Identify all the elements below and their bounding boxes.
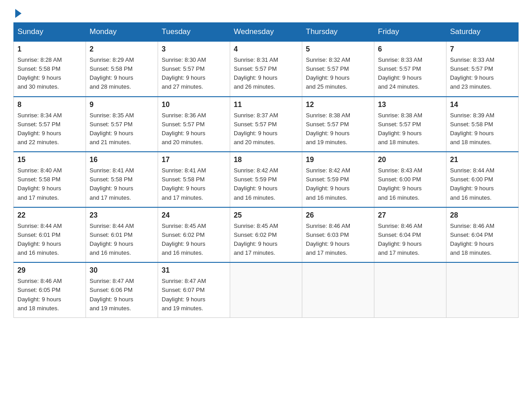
calendar-cell [374,262,446,317]
day-number: 12 [306,101,370,109]
sunset-label: Sunset: 5:57 PM [17,121,60,128]
day-number: 7 [450,45,515,53]
sunset-label: Sunset: 5:59 PM [234,176,277,183]
sunrise-label: Sunrise: 8:33 AM [378,56,422,63]
sunset-label: Sunset: 5:59 PM [306,176,349,183]
day-info: Sunrise: 8:42 AM Sunset: 5:59 PM Dayligh… [306,166,370,202]
sunrise-label: Sunrise: 8:46 AM [17,278,62,284]
logo-arrow-icon [15,9,21,18]
calendar-week-1: 1 Sunrise: 8:28 AM Sunset: 5:58 PM Dayli… [14,41,519,97]
calendar-cell: 17 Sunrise: 8:41 AM Sunset: 5:58 PM Dayl… [158,152,230,207]
calendar-cell: 3 Sunrise: 8:30 AM Sunset: 5:57 PM Dayli… [158,41,230,97]
day-number: 30 [90,266,154,274]
sunset-label: Sunset: 5:58 PM [90,65,133,72]
day-number: 22 [17,211,82,219]
day-info: Sunrise: 8:44 AM Sunset: 6:01 PM Dayligh… [90,222,154,258]
sunrise-label: Sunrise: 8:43 AM [378,167,422,174]
day-info: Sunrise: 8:41 AM Sunset: 5:58 PM Dayligh… [162,166,226,202]
calendar-cell: 21 Sunrise: 8:44 AM Sunset: 6:00 PM Dayl… [446,152,519,207]
daylight-label: Daylight: 9 hours [378,130,422,137]
daylight-label: Daylight: 9 hours [17,74,61,81]
calendar-cell: 14 Sunrise: 8:39 AM Sunset: 5:58 PM Dayl… [446,97,519,152]
calendar-cell: 28 Sunrise: 8:46 AM Sunset: 6:04 PM Dayl… [446,207,519,263]
daylight-label: Daylight: 9 hours [162,74,206,81]
daylight-minutes: and 16 minutes. [90,249,131,256]
day-number: 6 [378,45,442,53]
sunset-label: Sunset: 6:02 PM [234,231,277,238]
day-info: Sunrise: 8:29 AM Sunset: 5:58 PM Dayligh… [90,56,154,92]
page-header [13,9,519,18]
day-info: Sunrise: 8:28 AM Sunset: 5:58 PM Dayligh… [17,56,82,92]
sunrise-label: Sunrise: 8:30 AM [162,56,206,63]
sunset-label: Sunset: 5:57 PM [234,65,277,72]
sunset-label: Sunset: 6:03 PM [306,231,349,238]
day-info: Sunrise: 8:33 AM Sunset: 5:57 PM Dayligh… [450,56,515,92]
day-info: Sunrise: 8:42 AM Sunset: 5:59 PM Dayligh… [234,166,298,202]
sunrise-label: Sunrise: 8:46 AM [450,223,494,229]
day-number: 20 [378,156,442,164]
daylight-label: Daylight: 9 hours [234,74,278,81]
sunrise-label: Sunrise: 8:39 AM [450,112,494,119]
sunset-label: Sunset: 6:04 PM [450,231,493,238]
daylight-label: Daylight: 9 hours [450,240,494,247]
calendar-cell: 18 Sunrise: 8:42 AM Sunset: 5:59 PM Dayl… [230,152,302,207]
sunrise-label: Sunrise: 8:33 AM [450,56,494,63]
daylight-label: Daylight: 9 hours [90,296,133,303]
day-info: Sunrise: 8:41 AM Sunset: 5:58 PM Dayligh… [90,166,154,202]
sunrise-label: Sunrise: 8:47 AM [162,278,206,284]
daylight-label: Daylight: 9 hours [450,74,494,81]
calendar-cell: 25 Sunrise: 8:45 AM Sunset: 6:02 PM Dayl… [230,207,302,263]
sunrise-label: Sunrise: 8:42 AM [306,167,350,174]
sunset-label: Sunset: 6:00 PM [378,176,421,183]
day-number: 18 [234,156,298,164]
calendar-cell [302,262,374,317]
calendar-cell: 12 Sunrise: 8:38 AM Sunset: 5:57 PM Dayl… [302,97,374,152]
day-info: Sunrise: 8:47 AM Sunset: 6:06 PM Dayligh… [90,277,154,313]
daylight-minutes: and 25 minutes. [306,83,348,90]
day-number: 31 [162,266,226,274]
day-number: 23 [90,211,154,219]
day-number: 5 [306,45,370,53]
logo [13,9,21,18]
daylight-minutes: and 18 minutes. [450,139,492,146]
sunset-label: Sunset: 5:57 PM [234,121,277,128]
daylight-minutes: and 17 minutes. [306,249,348,256]
calendar-cell: 6 Sunrise: 8:33 AM Sunset: 5:57 PM Dayli… [374,41,446,97]
calendar-cell [230,262,302,317]
daylight-label: Daylight: 9 hours [450,130,494,137]
day-number: 17 [162,156,226,164]
calendar-cell: 26 Sunrise: 8:46 AM Sunset: 6:03 PM Dayl… [302,207,374,263]
day-info: Sunrise: 8:45 AM Sunset: 6:02 PM Dayligh… [234,222,298,258]
sunrise-label: Sunrise: 8:41 AM [90,167,134,174]
sunrise-label: Sunrise: 8:38 AM [306,112,350,119]
daylight-minutes: and 16 minutes. [234,194,275,201]
daylight-label: Daylight: 9 hours [90,240,133,247]
calendar-cell: 16 Sunrise: 8:41 AM Sunset: 5:58 PM Dayl… [86,152,158,207]
daylight-minutes: and 18 minutes. [17,305,59,312]
sunset-label: Sunset: 5:58 PM [450,121,493,128]
sunrise-label: Sunrise: 8:44 AM [450,167,494,174]
calendar-week-2: 8 Sunrise: 8:34 AM Sunset: 5:57 PM Dayli… [14,97,519,152]
day-info: Sunrise: 8:35 AM Sunset: 5:57 PM Dayligh… [90,111,154,147]
day-info: Sunrise: 8:43 AM Sunset: 6:00 PM Dayligh… [378,166,442,202]
day-number: 10 [162,101,226,109]
daylight-minutes: and 17 minutes. [162,194,203,201]
sunset-label: Sunset: 6:01 PM [17,231,60,238]
sunrise-label: Sunrise: 8:36 AM [162,112,206,119]
day-number: 14 [450,101,515,109]
weekday-header-friday: Friday [374,23,446,42]
day-number: 4 [234,45,298,53]
calendar-cell: 24 Sunrise: 8:45 AM Sunset: 6:02 PM Dayl… [158,207,230,263]
calendar-cell: 20 Sunrise: 8:43 AM Sunset: 6:00 PM Dayl… [374,152,446,207]
day-info: Sunrise: 8:33 AM Sunset: 5:57 PM Dayligh… [378,56,442,92]
daylight-label: Daylight: 9 hours [234,240,278,247]
calendar-cell: 8 Sunrise: 8:34 AM Sunset: 5:57 PM Dayli… [14,97,86,152]
daylight-label: Daylight: 9 hours [306,185,350,192]
daylight-minutes: and 27 minutes. [162,83,203,90]
daylight-label: Daylight: 9 hours [378,185,422,192]
weekday-header-tuesday: Tuesday [158,23,230,42]
daylight-minutes: and 17 minutes. [90,194,131,201]
daylight-label: Daylight: 9 hours [17,185,61,192]
sunrise-label: Sunrise: 8:42 AM [234,167,278,174]
calendar-cell: 15 Sunrise: 8:40 AM Sunset: 5:58 PM Dayl… [14,152,86,207]
